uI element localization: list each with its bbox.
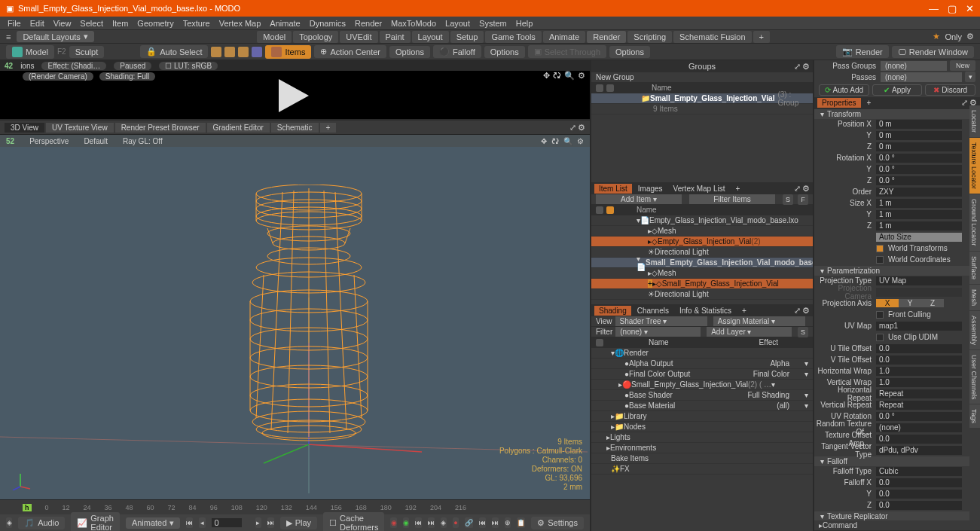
falloff-y-input[interactable]: 0.0 bbox=[876, 490, 962, 499]
keyframe-icon-7[interactable]: 🔗 bbox=[465, 517, 473, 528]
shader-row[interactable]: ▸📁Nodes bbox=[591, 422, 813, 432]
viewport-raygl[interactable]: Ray GL: Off bbox=[123, 137, 163, 145]
layout-tab-scripting[interactable]: Scripting bbox=[627, 31, 672, 43]
tan-vec-dropdown[interactable]: dPdu, dPdv bbox=[876, 446, 962, 455]
shader-row[interactable]: ●Final Color OutputFinal Color▾ bbox=[591, 369, 813, 380]
list-item[interactable]: + ▸◇Small_Empty_Glass_Injection_Vial bbox=[591, 279, 813, 289]
tool-autoselect[interactable]: 🔒Auto Select bbox=[140, 45, 208, 58]
tool-verts-icon[interactable] bbox=[211, 47, 221, 57]
groups-gear-icon[interactable]: ⚙ bbox=[802, 62, 810, 72]
preview-paused[interactable]: Paused bbox=[114, 62, 151, 70]
auto-size-button[interactable]: Auto Size bbox=[876, 233, 962, 242]
preview-refresh-icon[interactable]: 🗘 bbox=[553, 71, 561, 81]
keyframe-icon-4[interactable]: ⏭ bbox=[428, 517, 435, 528]
side-tab-surface[interactable]: Surface bbox=[969, 252, 980, 284]
keyframe-icon-8[interactable]: ⏮ bbox=[479, 517, 486, 528]
viewport-zoom-icon[interactable]: 🔍 bbox=[563, 137, 572, 145]
list-item[interactable]: ▸◇Empty_Glass_Injection_Vial (2) bbox=[591, 237, 813, 247]
next-frame-icon[interactable]: ▸ bbox=[255, 517, 261, 528]
lock-icon[interactable] bbox=[606, 84, 614, 92]
keyframe-icon-3[interactable]: ⏮ bbox=[415, 517, 422, 528]
preview-lut[interactable]: ☐ LUT: sRGB bbox=[159, 62, 218, 70]
h-repeat-dropdown[interactable]: Repeat bbox=[876, 389, 962, 398]
front-culling-checkbox[interactable] bbox=[876, 311, 884, 319]
auto-add-button[interactable]: ⟳Auto Add bbox=[819, 84, 869, 96]
layout-tab-animate[interactable]: Animate bbox=[543, 31, 585, 43]
tab-info[interactable]: Info & Statistics bbox=[675, 306, 736, 316]
frame-input[interactable]: 0 bbox=[212, 518, 242, 527]
menu-texture[interactable]: Texture bbox=[183, 19, 210, 28]
tab-vertexmaplist[interactable]: Vertex Map List bbox=[669, 184, 730, 194]
discard-button[interactable]: ✖Discard bbox=[925, 84, 975, 96]
size-x-input[interactable]: 1 m bbox=[876, 199, 962, 208]
v-repeat-dropdown[interactable]: Repeat bbox=[876, 401, 962, 410]
sel-col-icon[interactable] bbox=[606, 206, 614, 214]
menu-animate[interactable]: Animate bbox=[270, 19, 300, 28]
side-tab-mesh[interactable]: Mesh bbox=[969, 285, 980, 310]
tab-uvtexture[interactable]: UV Texture View bbox=[46, 123, 114, 133]
tool-model[interactable]: Model bbox=[6, 45, 54, 59]
tab-channels[interactable]: Channels bbox=[633, 306, 673, 316]
preview-gear-icon[interactable]: ⚙ bbox=[578, 71, 585, 81]
falloff-x-input[interactable]: 0.0 bbox=[876, 478, 962, 487]
cache-deformers-button[interactable]: ☐ Cache Deformers bbox=[323, 512, 384, 531]
item-expand-icon[interactable]: ⤢ bbox=[794, 184, 801, 194]
assign-material-dropdown[interactable]: Assign Material ▾ bbox=[713, 316, 805, 326]
preview-camera[interactable]: (Render Camera) bbox=[23, 72, 93, 81]
axis-x-button[interactable]: X bbox=[876, 299, 899, 307]
rotation-z-input[interactable]: 0.0 ° bbox=[876, 176, 962, 185]
layout-menu-icon[interactable]: ≡ bbox=[6, 32, 11, 41]
f-button[interactable]: F bbox=[798, 194, 808, 205]
keyframe-icon-5[interactable]: ◈ bbox=[441, 517, 447, 528]
settings-button[interactable]: ⚙ Settings bbox=[531, 517, 584, 529]
proj-camera-dropdown[interactable] bbox=[876, 288, 962, 297]
shader-row[interactable]: ●Base ShaderFull Shading▾ bbox=[591, 390, 813, 401]
play-button[interactable] bbox=[279, 79, 309, 112]
viewport-refresh-icon[interactable]: 🗘 bbox=[551, 137, 559, 145]
item-gear-icon[interactable]: ⚙ bbox=[802, 184, 810, 194]
shade-gear-icon[interactable]: ⚙ bbox=[802, 306, 810, 316]
shader-row[interactable]: ✨FX bbox=[591, 464, 813, 475]
shader-row[interactable]: Bake Items bbox=[591, 453, 813, 464]
rotation-y-input[interactable]: 0.0 ° bbox=[876, 165, 962, 174]
gear-icon[interactable]: ⚙ bbox=[966, 32, 974, 41]
tex-rep-section[interactable]: ▾ Texture Replicator bbox=[814, 511, 969, 521]
falloff-type-dropdown[interactable]: Cubic bbox=[876, 467, 962, 476]
first-frame-icon[interactable]: ⏮ bbox=[186, 517, 193, 528]
tool-render[interactable]: 📷Render bbox=[836, 45, 889, 58]
u-tile-input[interactable]: 0.0 bbox=[876, 344, 962, 353]
new-group-row[interactable]: New Group bbox=[591, 72, 813, 83]
menu-view[interactable]: View bbox=[53, 19, 72, 28]
layout-tab-paint[interactable]: Paint bbox=[380, 31, 411, 43]
keyframe-icon-11[interactable]: 📋 bbox=[517, 517, 525, 528]
shade-expand-icon[interactable]: ⤢ bbox=[794, 306, 801, 316]
tab-shading[interactable]: Shading bbox=[594, 306, 631, 316]
world-coords-checkbox[interactable] bbox=[876, 256, 884, 264]
view-expand-icon[interactable]: ⤢ bbox=[569, 123, 576, 133]
groups-expand-icon[interactable]: ⤢ bbox=[794, 62, 801, 72]
menu-layout[interactable]: Layout bbox=[445, 19, 470, 28]
audio-button[interactable]: 🎵Audio bbox=[18, 517, 65, 529]
list-item[interactable]: ▾📄Empty_Glass_Injection_Vial_modo_base.l… bbox=[591, 215, 813, 226]
shader-row[interactable]: ●Alpha OutputAlpha▾ bbox=[591, 359, 813, 369]
layout-dropdown[interactable]: Default Layouts ▾ bbox=[17, 31, 93, 42]
list-item[interactable]: ▾📄Small_Empty_Glass_Injection_Vial_modo_… bbox=[591, 258, 813, 268]
vis-icon[interactable] bbox=[596, 84, 603, 92]
shader-row[interactable]: ▸🔴Small_Empty_Glass_Injection_Vial(2) ( … bbox=[591, 380, 813, 390]
pass-groups-dropdown[interactable]: (none) bbox=[881, 61, 947, 71]
position-y-input[interactable]: 0 m bbox=[876, 131, 962, 140]
menu-file[interactable]: File bbox=[8, 19, 21, 28]
keyframe-icon-6[interactable]: ● bbox=[453, 517, 459, 528]
layout-tab-model[interactable]: Model bbox=[257, 31, 292, 43]
tab-prop-add[interactable]: + bbox=[862, 98, 876, 108]
minimize-button[interactable]: — bbox=[929, 3, 939, 14]
axis-z-button[interactable]: Z bbox=[921, 299, 944, 307]
v-wrap-input[interactable]: 1.0 bbox=[876, 378, 962, 387]
preview-options[interactable]: ions bbox=[20, 62, 34, 70]
tool-falloff[interactable]: ⚫Falloff bbox=[433, 45, 481, 58]
viewport-perspective[interactable]: Perspective bbox=[29, 137, 69, 145]
add-item-dropdown[interactable]: Add Item ▾ bbox=[596, 194, 682, 204]
proj-type-dropdown[interactable]: UV Map bbox=[876, 276, 962, 285]
list-item[interactable]: ☀Directional Light bbox=[591, 289, 813, 300]
falloff-z-input[interactable]: 0.0 bbox=[876, 501, 962, 510]
